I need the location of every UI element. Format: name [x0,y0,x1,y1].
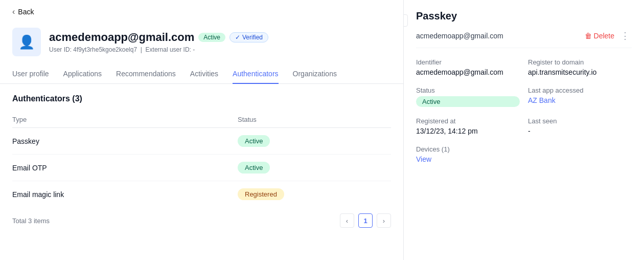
table-row: Email OTPActive [12,155,391,181]
passkey-actions: 🗑 Delete ⋮ [585,30,632,41]
last-seen-value: - [528,127,632,135]
registered-at-item: Registered at 13/12/23, 14:12 pm [416,117,520,135]
avatar: 👤 [12,28,41,56]
active-badge: Active [198,33,225,42]
col-type-header: Type [12,112,238,128]
delete-label: Delete [594,32,614,40]
status-item: Status Active [416,86,520,107]
user-id-label: User ID: [49,46,72,53]
external-id-value: - [193,46,195,53]
status-label: Status [416,86,520,94]
register-domain-label: Register to domain [528,58,632,66]
tab-authenticators[interactable]: Authenticators [233,64,279,84]
register-domain-value: api.transmitsecurity.io [528,68,632,76]
tab-recommendations[interactable]: Recommendations [116,64,176,84]
table-row: Email magic linkRegistered [12,181,391,208]
user-email-row: acmedemoapp@gmail.com Active ✓ Verified [49,31,268,44]
tab-user-profile[interactable]: User profile [12,64,49,84]
identifier-label: Identifier [416,58,520,66]
passkey-title: Passkey [416,10,632,22]
detail-grid: Identifier acmedemoapp@gmail.com Registe… [416,58,632,163]
registered-at-label: Registered at [416,117,520,125]
identifier-item: Identifier acmedemoapp@gmail.com [416,58,520,76]
col-status-header: Status [238,112,391,128]
last-app-value[interactable]: AZ Bank [528,96,632,104]
last-seen-item: Last seen - [528,117,632,135]
identifier-value: acmedemoapp@gmail.com [416,68,520,76]
more-options-button[interactable]: ⋮ [618,30,632,41]
auth-status: Registered [238,181,391,208]
tab-activities[interactable]: Activities [190,64,218,84]
table-row: PasskeyActive [12,128,391,155]
left-panel: ‹ Back 👤 acmedemoapp@gmail.com Active ✓ … [0,0,404,260]
passkey-header-row: acmedemoapp@gmail.com 🗑 Delete ⋮ [416,30,632,48]
user-info: acmedemoapp@gmail.com Active ✓ Verified … [49,31,268,53]
last-app-item: Last app accessed AZ Bank [528,86,632,107]
total-items: Total 3 items [12,217,50,225]
authenticators-content: Authenticators (3) Type Status PasskeyAc… [0,84,403,260]
status-pill: Registered [238,188,284,200]
delete-button[interactable]: 🗑 Delete [585,32,614,40]
tab-organizations[interactable]: Organizations [293,64,337,84]
tabs-bar: User profile Applications Recommendation… [0,64,403,84]
passkey-email: acmedemoapp@gmail.com [416,32,503,40]
user-meta: User ID: 4f9yt3rhe5kgoe2koelq7 | Externa… [49,46,268,53]
devices-label: Devices (1) [416,145,520,153]
last-seen-label: Last seen [528,117,632,125]
auth-type: Email OTP [12,155,238,181]
status-pill: Active [238,135,270,147]
tab-applications[interactable]: Applications [63,64,102,84]
back-arrow-icon: ‹ [12,7,15,16]
auth-type: Email magic link [12,181,238,208]
user-avatar-icon: 👤 [18,34,35,50]
trash-icon: 🗑 [585,32,592,40]
check-icon: ✓ [235,34,240,41]
next-page-button[interactable]: › [377,213,391,228]
verified-label: Verified [242,34,263,41]
status-badge: Active [416,96,520,107]
devices-view-link[interactable]: View [416,155,520,163]
user-email: acmedemoapp@gmail.com [49,31,194,44]
auth-status: Active [238,155,391,181]
authenticators-table: Type Status PasskeyActiveEmail OTPActive… [12,112,391,207]
external-id-label: External user ID: [146,46,191,53]
back-button[interactable]: ‹ Back [0,0,403,24]
registered-at-value: 13/12/23, 14:12 pm [416,127,520,135]
verified-badge: ✓ Verified [229,32,268,42]
user-id-value: 4f9yt3rhe5kgoe2koelq7 [73,46,137,53]
passkey-panel: Passkey acmedemoapp@gmail.com 🗑 Delete ⋮… [404,0,644,260]
auth-type: Passkey [12,128,238,155]
section-title: Authenticators (3) [12,94,391,103]
panel-toggle-button[interactable]: › [404,14,408,27]
pagination: ‹ 1 › [340,213,391,228]
back-label: Back [18,8,34,16]
last-app-label: Last app accessed [528,86,632,94]
auth-status: Active [238,128,391,155]
prev-page-button[interactable]: ‹ [340,213,354,228]
right-panel: › Passkey acmedemoapp@gmail.com 🗑 Delete… [404,0,644,260]
status-pill: Active [238,162,270,174]
user-header: 👤 acmedemoapp@gmail.com Active ✓ Verifie… [0,24,403,64]
page-1-button[interactable]: 1 [358,213,373,228]
devices-item: Devices (1) View [416,145,520,163]
table-footer: Total 3 items ‹ 1 › [12,207,391,228]
register-domain-item: Register to domain api.transmitsecurity.… [528,58,632,76]
